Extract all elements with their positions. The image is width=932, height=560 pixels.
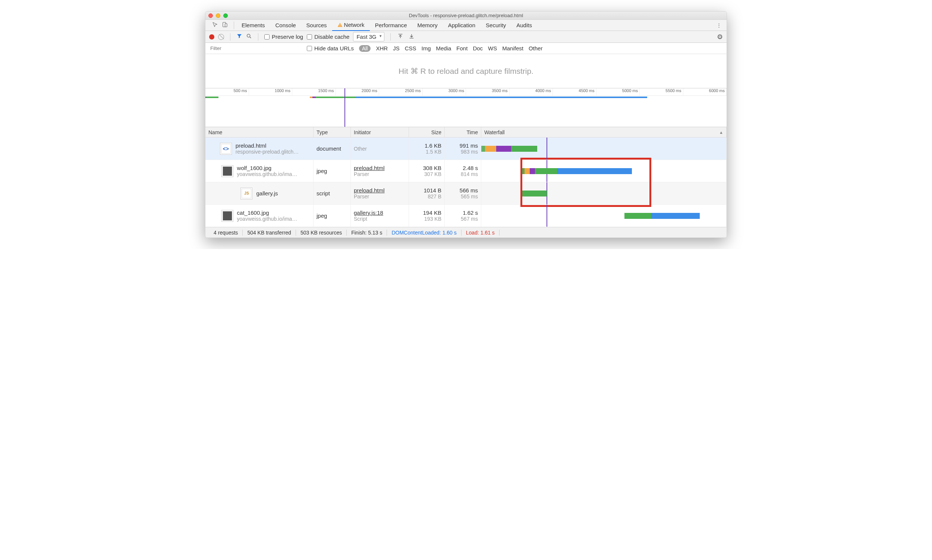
filter-type-media[interactable]: Media <box>436 45 451 51</box>
svg-rect-2 <box>340 24 340 26</box>
network-toolbar: Preserve log Disable cache Fast 3G ⚙ <box>205 31 727 43</box>
col-initiator[interactable]: Initiator <box>351 127 409 137</box>
request-name: preload.html <box>235 142 299 149</box>
col-size[interactable]: Size <box>409 127 445 137</box>
minimize-window-icon[interactable] <box>216 14 220 18</box>
request-initiator[interactable]: preload.html <box>354 187 406 194</box>
overview-tick: 5000 ms <box>597 88 640 95</box>
device-toolbar-icon[interactable] <box>222 22 228 29</box>
throttling-select[interactable]: Fast 3G <box>353 32 384 42</box>
request-time: 991 ms <box>460 142 478 149</box>
network-table-header: Name Type Initiator Size Time Waterfall▲ <box>205 127 727 138</box>
filter-type-css[interactable]: CSS <box>405 45 417 51</box>
window-title: DevTools - responsive-preload.glitch.me/… <box>205 13 727 18</box>
search-icon[interactable] <box>246 33 252 40</box>
filter-type-ws[interactable]: WS <box>488 45 497 51</box>
close-window-icon[interactable] <box>208 14 213 18</box>
tab-sources[interactable]: Sources <box>301 20 332 31</box>
tab-security[interactable]: Security <box>481 20 511 31</box>
network-table-body: <>preload.htmlresponsive-preload.glitch…… <box>205 138 727 227</box>
filter-icon[interactable] <box>236 33 242 40</box>
overview-tick: 4000 ms <box>510 88 553 95</box>
request-size: 1.6 KB <box>424 142 441 149</box>
overview-tick: 500 ms <box>205 88 249 95</box>
footer-finish: Finish: 5.13 s <box>347 230 387 235</box>
request-time: 2.48 s <box>463 165 478 171</box>
footer-dcl: DOMContentLoaded: 1.60 s <box>387 230 461 235</box>
filter-type-xhr[interactable]: XHR <box>376 45 388 51</box>
overview-tick: 4500 ms <box>553 88 597 95</box>
request-name: wolf_1600.jpg <box>237 165 297 171</box>
waterfall-cell <box>481 160 727 182</box>
overview-tick: 2500 ms <box>379 88 423 95</box>
filter-bar: Hide data URLs AllXHRJSCSSImgMediaFontDo… <box>205 43 727 54</box>
filter-type-js[interactable]: JS <box>393 45 400 51</box>
main-tabs: ElementsConsoleSourcesNetworkPerformance… <box>205 20 727 31</box>
request-size: 1014 B <box>423 187 441 194</box>
record-button[interactable] <box>209 34 214 40</box>
request-type: document <box>314 138 351 160</box>
overview-tick: 3000 ms <box>423 88 466 95</box>
overview-timeline[interactable]: 500 ms1000 ms1500 ms2000 ms2500 ms3000 m… <box>205 88 727 127</box>
svg-rect-1 <box>225 23 227 27</box>
col-name[interactable]: Name <box>205 127 314 137</box>
footer-transferred: 504 KB transferred <box>243 230 296 235</box>
tab-application[interactable]: Application <box>443 20 481 31</box>
svg-rect-3 <box>340 26 340 26</box>
filter-type-font[interactable]: Font <box>456 45 468 51</box>
tab-network[interactable]: Network <box>332 20 370 31</box>
zoom-window-icon[interactable] <box>223 14 228 18</box>
overview-tick: 1000 ms <box>249 88 293 95</box>
hide-data-urls-checkbox[interactable]: Hide data URLs <box>307 45 354 51</box>
col-time[interactable]: Time <box>445 127 481 137</box>
request-time: 566 ms <box>460 187 478 194</box>
request-time: 1.62 s <box>463 209 478 216</box>
tab-audits[interactable]: Audits <box>511 20 537 31</box>
col-type[interactable]: Type <box>314 127 351 137</box>
table-row[interactable]: wolf_1600.jpgyoavweiss.github.io/ima…jpe… <box>205 160 727 182</box>
filter-type-doc[interactable]: Doc <box>473 45 483 51</box>
filter-type-img[interactable]: Img <box>421 45 431 51</box>
devtools-window: DevTools - responsive-preload.glitch.me/… <box>205 11 727 238</box>
request-name: cat_1600.jpg <box>237 209 297 216</box>
disable-cache-checkbox[interactable]: Disable cache <box>307 34 349 40</box>
tab-performance[interactable]: Performance <box>370 20 412 31</box>
filter-type-all[interactable]: All <box>359 45 371 52</box>
tab-elements[interactable]: Elements <box>236 20 270 31</box>
overview-tick: 6000 ms <box>683 88 727 95</box>
export-har-icon[interactable] <box>408 33 415 40</box>
request-size: 194 KB <box>423 209 441 216</box>
request-initiator[interactable]: preload.html <box>354 165 406 171</box>
settings-icon[interactable]: ⚙ <box>717 33 723 41</box>
table-row[interactable]: cat_1600.jpgyoavweiss.github.io/ima…jpeg… <box>205 205 727 227</box>
preserve-log-checkbox[interactable]: Preserve log <box>264 34 303 40</box>
overflow-menu-icon[interactable]: ⋮ <box>717 22 724 28</box>
footer-requests: 4 requests <box>209 230 243 235</box>
request-initiator[interactable]: gallery.js:18 <box>354 209 406 216</box>
tab-console[interactable]: Console <box>270 20 301 31</box>
filter-type-manifest[interactable]: Manifest <box>502 45 523 51</box>
clear-button[interactable] <box>218 34 224 40</box>
request-initiator: Other <box>354 146 406 152</box>
table-row[interactable]: <>preload.htmlresponsive-preload.glitch…… <box>205 138 727 160</box>
filter-input[interactable] <box>208 45 301 52</box>
waterfall-cell <box>481 205 727 227</box>
request-host: yoavweiss.github.io/ima… <box>237 216 297 222</box>
request-host: yoavweiss.github.io/ima… <box>237 171 297 177</box>
select-element-icon[interactable] <box>212 22 218 29</box>
filter-type-other[interactable]: Other <box>529 45 543 51</box>
request-type: script <box>314 182 351 204</box>
titlebar: DevTools - responsive-preload.glitch.me/… <box>205 12 727 20</box>
overview-tick: 1500 ms <box>292 88 336 95</box>
request-name: gallery.js <box>256 190 278 197</box>
table-row[interactable]: JSgallery.jsscriptpreload.htmlParser1014… <box>205 182 727 205</box>
traffic-lights <box>208 14 228 18</box>
tab-memory[interactable]: Memory <box>412 20 443 31</box>
request-type: jpeg <box>314 205 351 227</box>
col-waterfall[interactable]: Waterfall▲ <box>481 127 727 137</box>
import-har-icon[interactable] <box>397 33 404 40</box>
request-size: 308 KB <box>423 165 441 171</box>
request-type: jpeg <box>314 160 351 182</box>
footer-load: Load: 1.61 s <box>461 230 500 235</box>
preserve-log-label: Preserve log <box>272 34 303 40</box>
